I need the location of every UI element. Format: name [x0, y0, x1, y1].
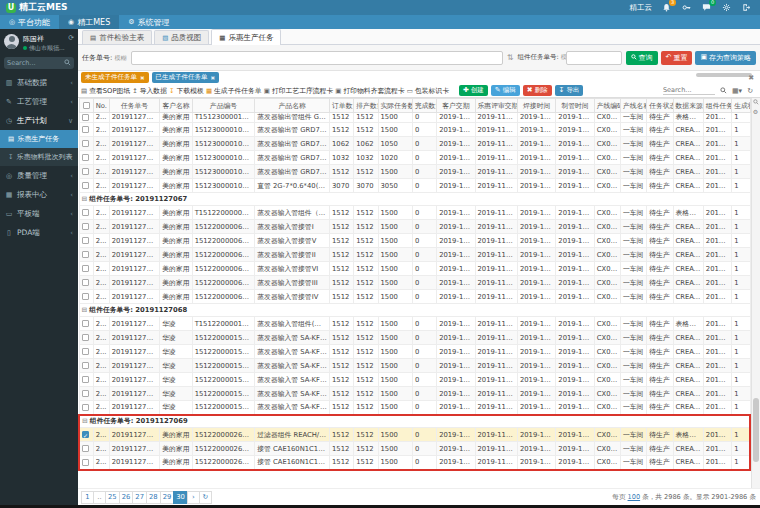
- row-checkbox[interactable]: [82, 126, 89, 133]
- select-all-header[interactable]: [79, 99, 93, 113]
- create-button[interactable]: ✚创建: [459, 85, 488, 96]
- col-header-order-qty[interactable]: 订单数量: [330, 99, 354, 113]
- col-header-review-date[interactable]: 乐惠评审交期: [475, 99, 517, 113]
- col-header-plan-qty[interactable]: 排产数量: [354, 99, 378, 113]
- row-checkbox[interactable]: [82, 293, 89, 300]
- col-header-customer[interactable]: 客户名称: [160, 99, 192, 113]
- component-no-filter-input[interactable]: [566, 51, 622, 65]
- collapse-icon[interactable]: ⊟: [82, 306, 90, 314]
- collapse-icon[interactable]: ⊟: [82, 195, 90, 203]
- col-header-task-no[interactable]: 任务单号: [109, 99, 160, 113]
- row-checkbox[interactable]: [82, 348, 89, 355]
- table-row[interactable]: 2...20191127066_03美的家用15123000010608-3蒸发…: [79, 123, 750, 137]
- nav-item-system[interactable]: ⚙ 系统管理: [119, 15, 178, 29]
- table-row[interactable]: 2...20191127068_04华凌15122000015098-1蒸发器输…: [79, 331, 750, 345]
- page-button[interactable]: 25: [105, 491, 120, 504]
- row-checkbox[interactable]: [82, 404, 89, 411]
- combo-spinner-icon[interactable]: ⇅: [507, 54, 514, 62]
- row-checkbox[interactable]: [82, 445, 89, 452]
- tab-quality-view[interactable]: ▧品质视图: [154, 30, 209, 44]
- tag-generated[interactable]: 已生成子件任务单✖: [152, 72, 220, 83]
- sidebar-item-report-center[interactable]: ▦报表中心‹: [0, 185, 78, 204]
- tab-first-inspection[interactable]: ▤首件检验主表: [82, 30, 152, 44]
- comments-icon[interactable]: 0: [701, 2, 712, 13]
- row-checkbox[interactable]: [82, 168, 89, 175]
- table-row[interactable]: 2...20191127066_02美的家用15123000010608-2蒸发…: [79, 151, 750, 165]
- table-row[interactable]: ✓2...20191127069美的家用15122000026636过滤器组件 …: [79, 428, 750, 442]
- col-header-gen-status[interactable]: 生成状态: [732, 99, 750, 113]
- toolbar-link[interactable]: ↥导入数据: [132, 86, 167, 96]
- col-header-weld-date[interactable]: 焊接时间: [517, 99, 555, 113]
- save-query-button[interactable]: ▣存为查询策略: [695, 51, 756, 65]
- table-search-input[interactable]: [663, 86, 715, 95]
- col-header-product-name[interactable]: 产品名称: [255, 99, 330, 113]
- col-header-done-qty[interactable]: 完成数量: [412, 99, 436, 113]
- row-checkbox[interactable]: [82, 140, 89, 147]
- sidebar-item-tablet[interactable]: ▭平板端‹: [0, 204, 78, 223]
- bell-icon[interactable]: 3: [661, 2, 672, 13]
- group-header-row[interactable]: ⊟ 组件任务单号: 20191127069: [79, 415, 750, 428]
- table-row[interactable]: 2...20191127067_05美的家用15122000006592-5蒸发…: [79, 234, 750, 248]
- vertical-scrollbar[interactable]: ⚙: [751, 98, 760, 488]
- tag-not-generated[interactable]: 未生成子件任务单✖: [81, 72, 149, 83]
- sidebar-item-production-plan[interactable]: ◷生产计划∨: [0, 111, 78, 130]
- table-row[interactable]: 2...20191127068_02华凌15122000015096-6蒸发器输…: [79, 387, 750, 401]
- col-header-line-code[interactable]: 产线编码: [594, 99, 620, 113]
- search-icon[interactable]: [64, 59, 71, 68]
- select-all-checkbox[interactable]: [83, 102, 90, 109]
- row-checkbox[interactable]: [82, 320, 89, 327]
- row-checkbox[interactable]: [82, 390, 89, 397]
- table-row[interactable]: 2...20191127068_03华凌15122000015096-7蒸发器输…: [79, 359, 750, 373]
- group-header-row[interactable]: ⊟ 组件任务单号: 20191127068: [79, 304, 750, 317]
- toolbar-link[interactable]: ▣打印工艺工序流程卡: [264, 86, 333, 96]
- gear-icon[interactable]: ⚙: [753, 108, 758, 115]
- page-button[interactable]: 30: [173, 491, 188, 504]
- sidebar-item-basic-data[interactable]: ▥基础数据‹: [0, 73, 78, 92]
- col-header-component-task[interactable]: 组件任务单: [703, 99, 731, 113]
- sidebar-item-quality-mgmt[interactable]: ◎质量管理‹: [0, 166, 78, 185]
- table-row[interactable]: 2...20191127067_01美的家用15122000006592-1蒸发…: [79, 220, 750, 234]
- col-header-customer-date[interactable]: 客户交期: [437, 99, 475, 113]
- col-header-line-name[interactable]: 产线名称: [621, 99, 647, 113]
- table-row[interactable]: 2...20191127067美的家用T15122000006592蒸发器输入管…: [79, 206, 750, 220]
- toolbar-link[interactable]: ▣打印物料齐套流程卡: [335, 86, 404, 96]
- col-header-no[interactable]: No.: [93, 99, 109, 113]
- row-checkbox[interactable]: [82, 279, 89, 286]
- row-checkbox[interactable]: [82, 209, 89, 216]
- edit-button[interactable]: ✎编辑: [491, 85, 520, 96]
- sidebar-item-lehui-production-task[interactable]: ▤乐惠生产任务: [0, 130, 78, 148]
- row-checkbox[interactable]: [82, 376, 89, 383]
- col-header-data-source[interactable]: 数据来源: [673, 99, 703, 113]
- row-checkbox[interactable]: [82, 265, 89, 272]
- app-logo[interactable]: U 精工云MES: [0, 1, 74, 14]
- table-row[interactable]: 2...20191127068_05华凌15122000015098-2蒸发器输…: [79, 345, 750, 359]
- refresh-user-icon[interactable]: ⟳: [68, 34, 74, 42]
- page-button[interactable]: 28: [146, 491, 161, 504]
- delete-button[interactable]: ✖删除: [523, 85, 552, 96]
- toolbar-link[interactable]: ↧下载模板: [169, 86, 204, 96]
- signout-icon[interactable]: [741, 2, 752, 13]
- refresh-page-button[interactable]: ↻: [199, 491, 212, 504]
- row-checkbox[interactable]: [82, 114, 89, 121]
- row-checkbox[interactable]: [82, 251, 89, 258]
- row-checkbox[interactable]: [82, 237, 89, 244]
- table-row[interactable]: 2...20191127067_02美的家用15122000006592-2蒸发…: [79, 248, 750, 262]
- panel-close-icon[interactable]: ✖: [748, 74, 757, 82]
- collapse-icon[interactable]: ⊟: [82, 417, 90, 425]
- query-button[interactable]: 查询: [626, 51, 658, 65]
- col-header-product-no[interactable]: 产品编号: [192, 99, 255, 113]
- col-header-actual-qty[interactable]: 实际任务数量: [378, 99, 412, 113]
- toolbar-link[interactable]: ▭包装标识卡: [407, 86, 449, 96]
- close-icon[interactable]: ✖: [140, 75, 145, 81]
- nav-item-mes[interactable]: ◉ 精工MES: [59, 15, 119, 29]
- row-checkbox[interactable]: ✓: [82, 431, 89, 438]
- search-icon[interactable]: [753, 99, 759, 106]
- nav-item-platform[interactable]: ◎ 平台功能: [0, 15, 59, 29]
- sidebar-item-process-mgmt[interactable]: ✎工艺管理‹: [0, 92, 78, 111]
- task-no-filter-input[interactable]: [131, 51, 503, 65]
- row-checkbox[interactable]: [82, 334, 89, 341]
- table-row[interactable]: 2...20191127066_01美的家用15123000010608-1蒸发…: [79, 137, 750, 151]
- table-row[interactable]: 2...20191127066_04美的家用15123000010608-4蒸发…: [79, 165, 750, 179]
- tab-lehui-production-task[interactable]: ▦乐惠生产任务: [211, 29, 281, 45]
- page-button[interactable]: 26: [119, 491, 134, 504]
